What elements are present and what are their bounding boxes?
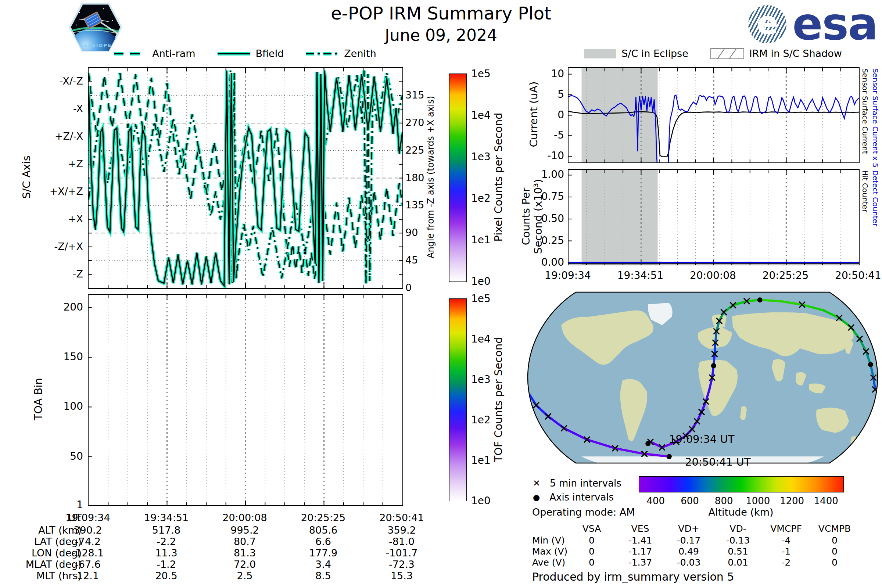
voltage-cell: 0 — [589, 557, 595, 568]
altitude-tick-label: 400 — [647, 495, 665, 506]
counts-plot — [568, 170, 859, 265]
voltage-cell: -2 — [782, 557, 791, 568]
voltage-row-label: Ave (V) — [532, 557, 573, 568]
table-cell: 20:50:41 — [379, 512, 424, 524]
tick-label: -Z/+X — [0, 240, 83, 252]
shadow-hatch-swatch — [710, 48, 744, 59]
colorbar-tick-label: 1e2 — [471, 414, 490, 426]
voltage-cell: -0.17 — [677, 535, 701, 546]
table-cell: 3.4 — [315, 559, 331, 570]
colorbar-tick-label: 1e4 — [471, 333, 490, 345]
ground-track-map: 19:09:34 UT 20:50:41 UT — [526, 290, 879, 465]
tick-label: -X — [0, 103, 83, 114]
table-cell: 995.2 — [230, 524, 259, 536]
table-cell: 517.8 — [152, 524, 180, 536]
pixel-colorbar — [449, 74, 467, 282]
operating-mode: Operating mode: AM — [532, 506, 635, 518]
voltage-column-header: VD+ — [678, 524, 699, 534]
altitude-tick-label: 600 — [681, 495, 699, 506]
attitude-ytick-labels: -X/-Z-X+Z/-X+Z+X/+Z+X-Z/+X-Z — [0, 67, 83, 287]
bfield-line-sample — [217, 50, 250, 57]
tick-label: 1 — [0, 499, 83, 511]
toa-panel — [88, 294, 403, 506]
time-tick-label: 19:09:34 — [544, 269, 591, 282]
voltage-column-header: VCMPB — [818, 524, 851, 534]
table-cell: 20:25:25 — [301, 512, 345, 524]
legend-label: S/C in Eclipse — [621, 48, 688, 59]
tick-label: -10 — [514, 150, 564, 162]
dot-marker-icon: ● — [533, 493, 540, 502]
legend-item-bfield: Bfield — [217, 48, 284, 59]
tick-label: -Z — [0, 268, 83, 279]
table-cell: 20:00:08 — [222, 512, 267, 524]
altitude-tick-label: 1400 — [814, 495, 838, 506]
table-cell: 81.3 — [234, 547, 256, 559]
esa-globe-icon: e — [748, 5, 786, 44]
voltage-row-label: Max (V) — [532, 546, 573, 557]
counts-panel — [568, 169, 860, 266]
voltage-cell: -1.17 — [628, 546, 652, 557]
table-cell: -128.1 — [72, 547, 104, 559]
voltage-column-header: VMCPF — [770, 524, 802, 534]
time-tick-label: 19:34:51 — [617, 269, 664, 282]
time-tick-label: 20:50:41 — [835, 269, 881, 282]
table-cell: -67.6 — [75, 559, 101, 570]
tof-colorbar-label: TOF Counts per Second — [492, 337, 505, 462]
x-marker-icon: ✕ — [533, 478, 540, 488]
altitude-colorbar — [639, 476, 844, 492]
voltage-row-label: Min (V) — [532, 535, 573, 546]
table-cell: 2.5 — [237, 570, 253, 581]
tick-label: 0.00 — [514, 256, 564, 268]
attitude-legend: Anti-ram Bfield Zenith — [88, 48, 402, 59]
legend-item-eclipse: S/C in Eclipse — [584, 48, 688, 59]
voltage-cell: 0 — [832, 557, 837, 568]
table-cell: -2.2 — [156, 536, 176, 547]
voltage-cell: 0 — [589, 535, 595, 546]
colorbar-tick-label: 1e3 — [471, 151, 490, 163]
colorbar-tick-label: 1e1 — [471, 234, 490, 246]
table-cell: 805.6 — [309, 524, 338, 536]
current-plot — [568, 68, 859, 162]
counts-right-label-blue: Detect Counter — [871, 170, 880, 265]
map-marker-legend: ✕ 5 min intervals ● Axis intervals — [533, 476, 621, 504]
current-panel — [568, 67, 860, 163]
current-right-label-black: Sensor Surface Current — [861, 68, 870, 163]
eclipse-legend: S/C in Eclipse IRM in S/C Shadow — [568, 48, 858, 59]
voltage-cell: -1.37 — [628, 557, 652, 568]
tof-colorbar — [449, 298, 467, 501]
attitude-ylabel: S/C Axis — [20, 156, 33, 199]
voltage-cell: -1 — [782, 546, 791, 557]
tick-label: 200 — [0, 301, 83, 313]
current-ylabel: Current (uA) — [527, 82, 540, 147]
table-cell: 8.5 — [315, 570, 331, 581]
map-end-time-label: 20:50:41 UT — [685, 456, 750, 468]
current-right-label-blue: Sensor Surface Current x 5 — [871, 68, 880, 163]
colorbar-tick-label: 1e5 — [471, 68, 490, 80]
pixel-colorbar-label: Pixel Counts per Second — [492, 113, 505, 242]
table-cell: 390.2 — [74, 524, 102, 536]
voltage-cell: 0 — [832, 535, 837, 546]
legend-item-shadow: IRM in S/C Shadow — [710, 48, 842, 59]
tick-label: 10 — [514, 67, 564, 80]
toa-plot — [88, 295, 402, 506]
altitude-tick-label: 1200 — [780, 495, 804, 506]
tick-label: +Z/-X — [0, 130, 83, 142]
table-cell: -1.2 — [156, 559, 176, 570]
tick-label: -X/-Z — [0, 75, 83, 87]
voltage-column-header: VSA — [582, 524, 601, 534]
tick-label: 0 — [405, 282, 435, 293]
legend-item-zenith: Zenith — [305, 48, 376, 59]
altitude-tick-label: 800 — [715, 495, 733, 506]
colorbar-tick-label: 1e4 — [471, 109, 490, 121]
attitude-panel — [88, 67, 403, 289]
x-marker-label: 5 min intervals — [550, 478, 621, 489]
legend-label: Anti-ram — [152, 48, 195, 59]
voltage-cell: -4 — [782, 535, 791, 546]
table-cell: 19:09:34 — [65, 512, 110, 524]
tick-label: 150 — [0, 351, 83, 363]
colorbar-tick-label: 1e2 — [471, 192, 490, 204]
tick-label: +X — [0, 213, 83, 224]
altitude-colorbar-label: Altitude (km) — [639, 506, 843, 518]
voltage-column-header: VD- — [729, 524, 746, 534]
attitude-right-axis-label: Angle from -Z axis (towards +X axis) — [426, 96, 436, 258]
